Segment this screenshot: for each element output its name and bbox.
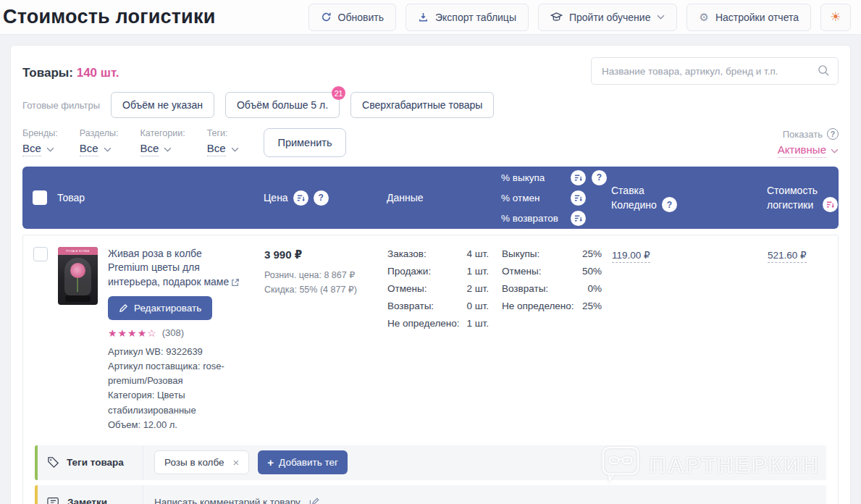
chat-icon: [47, 496, 60, 504]
gear-icon: ⚙: [699, 12, 708, 22]
brands-dropdown[interactable]: Бренды: Все: [22, 128, 58, 156]
sort-return-icon[interactable]: [571, 211, 586, 226]
rate-koledino-value[interactable]: 119.00 ₽: [612, 249, 650, 263]
article-wb: Артикул WB: 9322639: [108, 345, 244, 359]
categories-dropdown[interactable]: Категории: Все: [140, 128, 185, 156]
column-product[interactable]: Товар: [57, 192, 264, 203]
column-percent-cancel[interactable]: % отмен: [501, 190, 611, 206]
products-counter: Товары: 140 шт.: [22, 57, 119, 80]
row-checkbox[interactable]: [33, 247, 48, 261]
show-help-icon[interactable]: ?: [827, 128, 839, 140]
chevron-down-icon: [231, 147, 239, 152]
data-cell: Заказов:4 шт. Продажи:1 шт. Отмены:2 шт.…: [387, 247, 502, 335]
column-logistics-cost[interactable]: Стоимость логистики: [767, 183, 839, 213]
remove-tag-icon[interactable]: ×: [233, 457, 240, 468]
logistics-cost-value[interactable]: 521.60 ₽: [768, 249, 807, 263]
price-cell: 3 990 ₽ Рознич. цена: 8 867 ₽ Скидка: 55…: [264, 247, 387, 297]
filter-oversized[interactable]: Сверхгабаритные товары: [350, 92, 494, 118]
note-placeholder[interactable]: Написать комментарий к товару: [154, 497, 301, 504]
hints-lamp-button[interactable]: ☀: [820, 4, 851, 31]
column-price[interactable]: Цена ?: [264, 190, 387, 206]
external-link-icon[interactable]: [231, 278, 240, 287]
column-label: Коледино: [611, 199, 657, 211]
volume: Объем: 12.00 л.: [108, 418, 244, 432]
export-icon: [418, 12, 429, 22]
column-label: % возвратов: [501, 213, 565, 224]
tags-band-title: Теги товара: [67, 457, 124, 468]
rate-cell: 119.00 ₽: [612, 247, 768, 263]
plus-icon: +: [267, 457, 274, 468]
search-input[interactable]: [591, 57, 839, 85]
categories-value: Все: [140, 142, 159, 156]
search-box: [591, 57, 839, 85]
column-data[interactable]: Данные: [387, 192, 501, 203]
add-tag-label: Добавить тег: [279, 457, 338, 468]
pencil-icon: [119, 303, 128, 313]
add-tag-button[interactable]: + Добавить тег: [258, 450, 348, 474]
export-table-button[interactable]: Экспорт таблицы: [406, 4, 529, 31]
edit-product-button[interactable]: Редактировать: [108, 296, 212, 320]
stat-sales: Продажи:1 шт.: [387, 266, 489, 277]
column-label: Стоимость: [767, 185, 818, 196]
column-percent-buyout[interactable]: % выкупа ?: [501, 170, 611, 185]
show-status-value: Активные: [778, 143, 826, 158]
report-settings-button[interactable]: ⚙ Настройки отчета: [686, 4, 811, 31]
price-help-icon[interactable]: ?: [314, 190, 329, 206]
filter-volume-over-5l[interactable]: Объём больше 5 л. 21: [225, 92, 340, 118]
sections-label: Разделы:: [80, 128, 119, 138]
edit-label: Редактировать: [134, 303, 201, 314]
column-label: логистики: [767, 199, 813, 211]
rate-help-icon[interactable]: ?: [662, 197, 677, 212]
column-label: % выкупа: [501, 172, 565, 183]
column-percent-return[interactable]: % возвратов: [501, 211, 611, 226]
refresh-icon: [321, 12, 332, 22]
sort-price-icon[interactable]: [293, 190, 308, 206]
product-tags-band: Теги товара Розы в колбе × + Добавить те…: [35, 445, 826, 480]
buyout-help-icon[interactable]: ?: [592, 170, 607, 185]
chevron-down-icon: [164, 147, 172, 152]
edit-note-icon[interactable]: [309, 497, 320, 504]
toolbar-row: Товары: 140 шт.: [22, 57, 839, 85]
pct-undefined: Не определено:25%: [502, 301, 602, 311]
sort-buyout-icon[interactable]: [571, 170, 586, 185]
sections-dropdown[interactable]: Разделы: Все: [80, 128, 119, 156]
column-label: Данные: [387, 192, 424, 203]
tags-dropdown[interactable]: Теги: Все: [207, 128, 239, 156]
filter-volume-not-set[interactable]: Объём не указан: [111, 92, 214, 118]
table-header: Товар Цена ? Данные % выкупа ? % отмен %: [22, 167, 839, 229]
search-icon[interactable]: [818, 64, 830, 77]
price-value: 3 990 ₽: [264, 248, 387, 261]
star-rating-icons: ★★★★☆: [108, 327, 157, 339]
article-supplier: Артикул поставщика: rose-premium/Розовая: [108, 359, 244, 388]
product-row: РОЗА В КОЛБЕ Живая роза в колбе Premium …: [23, 235, 838, 432]
show-status-dropdown[interactable]: Активные: [778, 143, 839, 158]
topbar-actions: Обновить Экспорт таблицы Пройти обучение…: [308, 4, 851, 31]
retail-price: Рознич. цена: 8 867 ₽: [264, 268, 387, 282]
lamp-icon: ☀: [830, 11, 841, 23]
training-button[interactable]: Пройти обучение: [538, 4, 678, 31]
sections-value: Все: [80, 142, 98, 156]
pct-cancels: Отмены:50%: [502, 266, 602, 277]
filter-label: Сверхгабаритные товары: [362, 99, 482, 111]
apply-filters-button[interactable]: Применить: [264, 128, 347, 157]
notes-band-title: Заметки: [67, 497, 107, 504]
tags-value: Все: [207, 142, 226, 156]
sort-logistics-icon-active[interactable]: [823, 197, 838, 212]
select-all-checkbox[interactable]: [33, 190, 47, 205]
notes-band-label: Заметки: [38, 485, 143, 504]
product-details: Артикул WB: 9322639 Артикул поставщика: …: [108, 345, 244, 432]
sort-cancel-icon[interactable]: [571, 190, 586, 206]
refresh-button[interactable]: Обновить: [308, 4, 396, 31]
main-card: Товары: 140 шт. Готовые фильтры Объём не…: [10, 45, 851, 504]
tags-band-label: Теги товара: [38, 445, 143, 480]
refresh-label: Обновить: [338, 12, 384, 23]
column-rate-koledino[interactable]: Ставка Коледино ?: [611, 183, 767, 213]
pct-returns: Возвраты:0%: [502, 283, 602, 294]
training-label: Пройти обучение: [569, 12, 651, 23]
column-label: Товар: [57, 192, 85, 203]
product-image[interactable]: РОЗА В КОЛБЕ: [58, 247, 98, 305]
logistics-cell: 521.60 ₽: [768, 247, 838, 263]
percents-cell: Выкупы:25% Отмены:50% Возвраты:0% Не опр…: [502, 247, 612, 318]
product-title-link[interactable]: Живая роза в колбе Premium цветы для инт…: [108, 247, 244, 289]
chevron-down-icon: [831, 148, 839, 154]
